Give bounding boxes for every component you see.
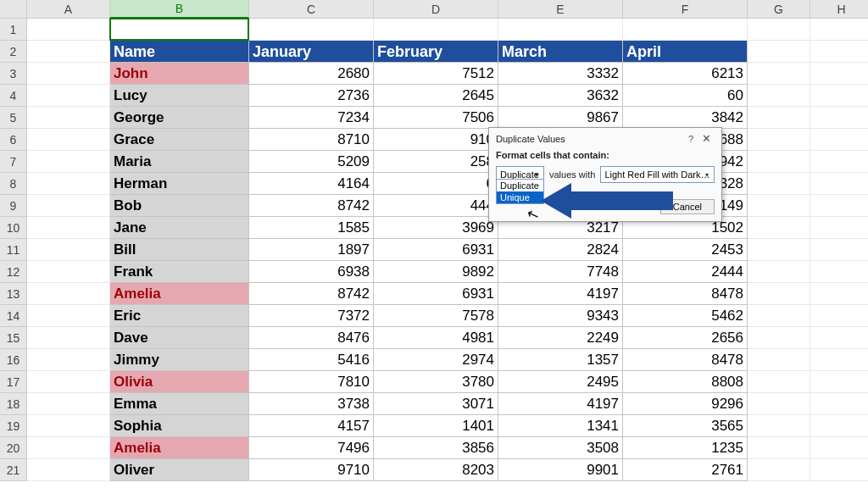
row-header[interactable]: 14 <box>0 305 27 327</box>
cell-value[interactable]: 6931 <box>374 283 498 305</box>
header-apr[interactable]: April <box>623 41 748 63</box>
cell[interactable] <box>27 107 110 129</box>
cell[interactable] <box>27 283 110 305</box>
cell[interactable] <box>748 129 810 151</box>
cell-value[interactable]: 3842 <box>623 107 748 129</box>
cell-name[interactable]: Frank <box>110 261 249 283</box>
cell-value[interactable]: 1341 <box>498 415 623 437</box>
cell[interactable] <box>748 371 810 393</box>
cell[interactable] <box>27 393 110 415</box>
row-header[interactable]: 11 <box>0 239 27 261</box>
cell[interactable] <box>748 195 810 217</box>
cell-value[interactable]: 1357 <box>498 349 623 371</box>
cell-value[interactable]: 2761 <box>623 459 748 481</box>
cell-name[interactable]: Sophia <box>110 415 249 437</box>
row-header[interactable]: 9 <box>0 195 27 217</box>
row-header[interactable]: 6 <box>0 129 27 151</box>
cell-value[interactable]: 8478 <box>623 349 748 371</box>
cell[interactable] <box>810 63 868 85</box>
close-icon[interactable]: ✕ <box>698 132 715 145</box>
cell-value[interactable]: 2656 <box>623 327 748 349</box>
cell[interactable] <box>748 305 810 327</box>
cell-value[interactable]: 8742 <box>249 283 374 305</box>
header-name[interactable]: Name <box>110 41 249 63</box>
cell[interactable] <box>810 327 868 349</box>
cell[interactable] <box>810 151 868 173</box>
cell-name[interactable]: Maria <box>110 151 249 173</box>
cell-value[interactable]: 3780 <box>374 371 498 393</box>
row-header[interactable]: 17 <box>0 371 27 393</box>
cell-value[interactable]: 2736 <box>249 85 374 107</box>
cell-value[interactable]: 7578 <box>374 305 498 327</box>
col-header[interactable]: H <box>810 0 868 19</box>
cell-value[interactable]: 1235 <box>623 437 748 459</box>
cell[interactable] <box>748 217 810 239</box>
help-icon[interactable]: ? <box>683 134 698 144</box>
cell-value[interactable]: 1897 <box>249 239 374 261</box>
cell-name[interactable]: Emma <box>110 393 249 415</box>
cell-value[interactable]: 8808 <box>623 371 748 393</box>
dropdown-option-unique[interactable]: Unique <box>497 191 543 203</box>
cell[interactable] <box>748 151 810 173</box>
cell-value[interactable]: 6931 <box>374 239 498 261</box>
cell[interactable] <box>810 173 868 195</box>
cell-name[interactable]: Eric <box>110 305 249 327</box>
cell-value[interactable]: 7512 <box>374 63 498 85</box>
cell-value[interactable]: 9867 <box>498 107 623 129</box>
cell-value[interactable]: 7234 <box>249 107 374 129</box>
cell-value[interactable]: 7496 <box>249 437 374 459</box>
cell-value[interactable]: 2453 <box>623 239 748 261</box>
cell-name[interactable]: Grace <box>110 129 249 151</box>
cell[interactable] <box>810 129 868 151</box>
cell-value[interactable]: 2974 <box>374 349 498 371</box>
cell[interactable] <box>748 19 810 41</box>
cell[interactable] <box>748 327 810 349</box>
cell[interactable] <box>27 459 110 481</box>
select-all-corner[interactable] <box>0 0 27 19</box>
col-header[interactable]: A <box>27 0 110 19</box>
cell[interactable] <box>748 283 810 305</box>
cell[interactable] <box>27 239 110 261</box>
cell[interactable] <box>27 349 110 371</box>
cell-name[interactable]: John <box>110 63 249 85</box>
cell-value[interactable]: 3508 <box>498 437 623 459</box>
cell-value[interactable]: 9901 <box>498 459 623 481</box>
cell-value[interactable]: 1585 <box>249 217 374 239</box>
cell[interactable] <box>498 19 623 41</box>
col-header[interactable]: F <box>623 0 748 19</box>
cell-value[interactable]: 9710 <box>249 459 374 481</box>
cell[interactable] <box>748 437 810 459</box>
cell-value[interactable]: 9892 <box>374 261 498 283</box>
cell-value[interactable]: 2824 <box>498 239 623 261</box>
cell-value[interactable]: 4164 <box>249 173 374 195</box>
row-header[interactable]: 21 <box>0 459 27 481</box>
cell-value[interactable]: 60 <box>623 85 748 107</box>
cell[interactable] <box>810 19 868 41</box>
cell-value[interactable]: 6938 <box>249 261 374 283</box>
format-combo[interactable]: Light Red Fill with Dark Red Text ▾ <box>600 166 715 183</box>
spreadsheet-grid[interactable]: ABCDEFGH12NameJanuaryFebruaryMarchApril3… <box>0 0 868 481</box>
cell-value[interactable]: 3738 <box>249 393 374 415</box>
cell-value[interactable]: 3632 <box>498 85 623 107</box>
cell[interactable] <box>810 41 868 63</box>
cell[interactable] <box>810 217 868 239</box>
cell-value[interactable]: 2249 <box>498 327 623 349</box>
dropdown-option-duplicate[interactable]: Duplicate <box>497 180 543 191</box>
cell[interactable] <box>748 415 810 437</box>
cell[interactable] <box>27 41 110 63</box>
cell-value[interactable]: 5416 <box>249 349 374 371</box>
cell[interactable] <box>810 261 868 283</box>
cell[interactable] <box>27 261 110 283</box>
cell[interactable] <box>27 371 110 393</box>
cell-value[interactable]: 3071 <box>374 393 498 415</box>
cell-name[interactable]: Lucy <box>110 85 249 107</box>
cell[interactable] <box>249 19 374 41</box>
cell-value[interactable]: 6213 <box>623 63 748 85</box>
cell[interactable] <box>810 305 868 327</box>
cell-value[interactable]: 8478 <box>623 283 748 305</box>
cell-value[interactable]: 2495 <box>498 371 623 393</box>
cell[interactable] <box>810 239 868 261</box>
cell-value[interactable]: 4981 <box>374 327 498 349</box>
cell[interactable] <box>110 19 249 41</box>
cell[interactable] <box>27 437 110 459</box>
